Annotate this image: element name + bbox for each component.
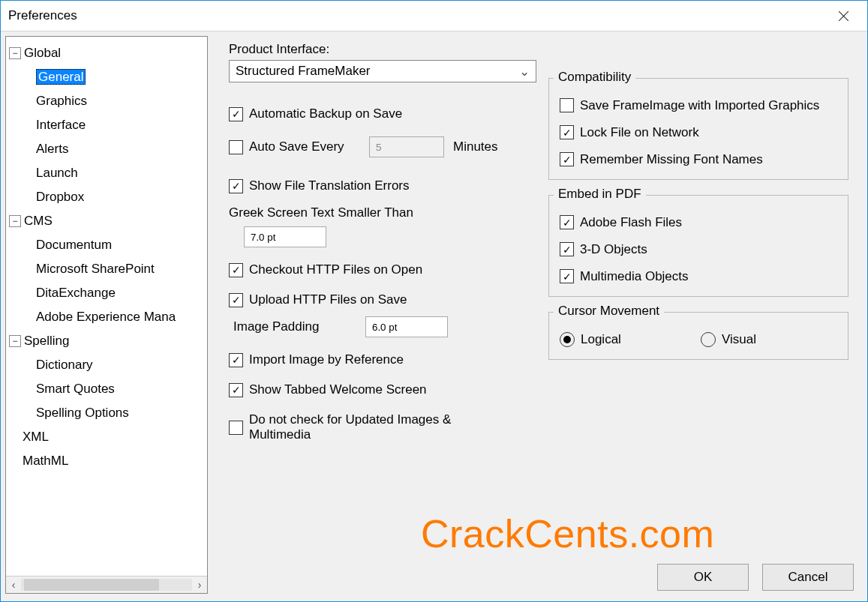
preferences-window: Preferences − Global General Graphics In… [0, 0, 868, 602]
dialog-button-bar: OK Cancel [657, 564, 854, 591]
checkbox-label: Upload HTTP Files on Save [249, 292, 407, 307]
tree-item-documentum[interactable]: Documentum [6, 233, 207, 257]
embed-3d-checkbox[interactable] [560, 242, 574, 256]
tree-group-label: CMS [24, 209, 53, 233]
checkbox-label: Show Tabbed Welcome Screen [249, 382, 427, 397]
tree-item-aem[interactable]: Adobe Experience Mana [6, 305, 207, 329]
no-update-check-checkbox[interactable] [229, 421, 243, 435]
group-legend: Compatibility [554, 70, 635, 85]
tree-group-cms[interactable]: − CMS [6, 209, 207, 233]
greek-text-label: Greek Screen Text Smaller Than [229, 205, 413, 220]
checkbox-label: Show File Translation Errors [249, 178, 410, 193]
tree-group-mathml[interactable]: MathML [6, 449, 207, 473]
auto-save-minutes-input[interactable] [369, 136, 444, 157]
embed-multimedia-checkbox[interactable] [560, 269, 574, 283]
cursor-visual-radio[interactable] [701, 332, 716, 347]
close-icon [839, 11, 848, 21]
show-translation-errors-checkbox[interactable] [229, 179, 243, 193]
checkbox-label: Do not check for Updated Images & Multim… [249, 412, 489, 442]
radio-label: Logical [581, 332, 701, 347]
tree-item-general[interactable]: General [6, 65, 207, 89]
cursor-movement-group: Cursor Movement Logical Visual [548, 312, 848, 360]
import-by-reference-checkbox[interactable] [229, 353, 243, 367]
remember-fonts-checkbox[interactable] [560, 152, 574, 166]
embed-flash-checkbox[interactable] [560, 215, 574, 229]
collapse-icon[interactable]: − [9, 335, 21, 347]
checkbox-label: Auto Save Every [249, 139, 369, 154]
tree-item-smart-quotes[interactable]: Smart Quotes [6, 377, 207, 401]
lock-file-checkbox[interactable] [560, 125, 574, 139]
checkbox-label: Save FrameImage with Imported Graphics [580, 98, 819, 113]
save-frameimage-checkbox[interactable] [560, 98, 574, 112]
tree-item-spelling-options[interactable]: Spelling Options [6, 401, 207, 425]
cursor-logical-radio[interactable] [560, 332, 575, 347]
tree-item-ditaexchange[interactable]: DitaExchange [6, 281, 207, 305]
tree-item-sharepoint[interactable]: Microsoft SharePoint [6, 257, 207, 281]
minutes-label: Minutes [453, 139, 498, 154]
chevron-down-icon: ⌄ [519, 64, 530, 79]
scroll-left-icon[interactable]: ‹ [6, 579, 21, 591]
tree-item-interface[interactable]: Interface [6, 113, 207, 137]
tree-item-launch[interactable]: Launch [6, 161, 207, 185]
cancel-button[interactable]: Cancel [762, 564, 854, 591]
tree-horizontal-scrollbar[interactable]: ‹ › [6, 576, 207, 593]
auto-save-checkbox[interactable] [229, 140, 243, 154]
greek-text-input[interactable] [244, 226, 326, 247]
checkbox-label: Automatic Backup on Save [249, 106, 402, 121]
category-tree-pane: − Global General Graphics Interface Aler… [5, 36, 208, 594]
group-legend: Embed in PDF [554, 187, 646, 202]
select-value: Structured FrameMaker [236, 64, 371, 79]
titlebar: Preferences [1, 1, 867, 31]
ok-button[interactable]: OK [657, 564, 749, 591]
checkbox-label: Adobe Flash Files [580, 215, 682, 230]
right-column: Compatibility Save FrameImage with Impor… [548, 78, 848, 375]
image-padding-label: Image Padding [233, 319, 365, 334]
checkbox-label: 3-D Objects [580, 242, 647, 257]
tree-group-label: Spelling [24, 329, 70, 353]
group-legend: Cursor Movement [554, 304, 664, 319]
tabbed-welcome-checkbox[interactable] [229, 383, 243, 397]
category-tree[interactable]: − Global General Graphics Interface Aler… [6, 37, 207, 576]
tree-group-global[interactable]: − Global [6, 41, 207, 65]
checkbox-label: Import Image by Reference [249, 352, 404, 367]
checkbox-label: Remember Missing Font Names [580, 152, 763, 167]
automatic-backup-checkbox[interactable] [229, 107, 243, 121]
collapse-icon[interactable]: − [9, 47, 21, 59]
upload-http-checkbox[interactable] [229, 293, 243, 307]
dialog-body: − Global General Graphics Interface Aler… [1, 31, 867, 601]
tree-group-label: Global [24, 41, 61, 65]
radio-label: Visual [722, 332, 756, 347]
tree-item-graphics[interactable]: Graphics [6, 89, 207, 113]
compatibility-group: Compatibility Save FrameImage with Impor… [548, 78, 848, 180]
scroll-thumb[interactable] [24, 579, 159, 591]
tree-group-label: MathML [23, 449, 68, 473]
tree-item-alerts[interactable]: Alerts [6, 137, 207, 161]
tree-item-dictionary[interactable]: Dictionary [6, 353, 207, 377]
tree-group-xml[interactable]: XML [6, 425, 207, 449]
checkbox-label: Checkout HTTP Files on Open [249, 262, 422, 277]
embed-pdf-group: Embed in PDF Adobe Flash Files 3-D Objec… [548, 195, 848, 297]
tree-group-spelling[interactable]: − Spelling [6, 329, 207, 353]
collapse-icon[interactable]: − [9, 215, 21, 227]
tree-group-label: XML [23, 425, 49, 449]
image-padding-input[interactable] [365, 316, 448, 337]
tree-item-dropbox[interactable]: Dropbox [6, 185, 207, 209]
checkout-http-checkbox[interactable] [229, 263, 243, 277]
window-title: Preferences [8, 8, 77, 23]
close-button[interactable] [827, 1, 860, 31]
product-interface-label: Product Interface: [229, 42, 867, 57]
product-interface-select[interactable]: Structured FrameMaker ⌄ [229, 60, 536, 82]
scroll-track[interactable] [21, 579, 192, 591]
checkbox-label: Multimedia Objects [580, 269, 689, 284]
checkbox-label: Lock File on Network [580, 125, 699, 140]
scroll-right-icon[interactable]: › [192, 579, 207, 591]
